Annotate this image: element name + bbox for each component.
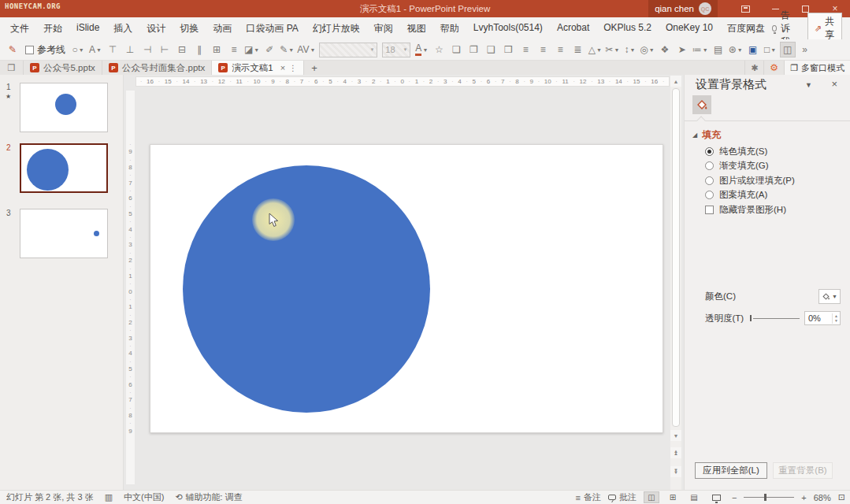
menu-slideshow[interactable]: 幻灯片放映 <box>306 19 367 39</box>
next-slide-button[interactable]: ▼▼ <box>670 466 681 477</box>
scroll-down-icon[interactable]: ▼ <box>670 430 681 441</box>
slide-sorter-button[interactable]: ⊞ <box>665 491 681 503</box>
picture-texture-fill-radio[interactable] <box>705 176 714 185</box>
apply-to-all-button[interactable]: 应用到全部(L) <box>695 462 767 479</box>
shape-effects-icon[interactable]: ◎▼ <box>639 42 655 57</box>
justify-text-icon[interactable]: ≣ <box>570 42 585 57</box>
menu-acrobat[interactable]: Acrobat <box>550 19 596 39</box>
fit-to-window-icon[interactable]: ⊡ <box>838 492 845 502</box>
columns-icon[interactable]: ▤ <box>711 42 726 57</box>
spellcheck-book-icon[interactable]: ▥ <box>105 492 113 502</box>
align-text-center-icon[interactable]: ≡ <box>535 42 551 57</box>
transparency-slider-track[interactable] <box>753 318 800 319</box>
multi-window-mode-button[interactable]: ❐多窗口模式 <box>784 61 850 75</box>
send-backward-icon[interactable]: ❐ <box>466 42 481 57</box>
canvas-scrollbar[interactable]: ▲ ▼ ▲▲ ▼▼ <box>670 76 681 490</box>
previous-slide-button[interactable]: ▲▲ <box>670 447 681 458</box>
align-text-right-icon[interactable]: ≡ <box>552 42 568 57</box>
gradient-fill-radio-row[interactable]: 渐变填充(G) <box>705 159 847 174</box>
scrollbar-thumb[interactable] <box>672 88 680 427</box>
gear-icon[interactable]: ⚙ <box>763 61 784 75</box>
menu-review[interactable]: 审阅 <box>367 19 400 39</box>
bring-to-front-icon[interactable]: ❑ <box>483 42 499 57</box>
textbox-tool-icon[interactable]: A▼ <box>87 42 103 57</box>
fill-section-header[interactable]: ◢ 填充 <box>692 128 721 142</box>
menu-lvyhtools[interactable]: LvyhTools(0514) <box>466 19 550 39</box>
solid-fill-radio-row[interactable]: 纯色填充(S) <box>705 144 847 159</box>
pattern-fill-radio-row[interactable]: 图案填充(A) <box>705 188 847 203</box>
picture-texture-fill-radio-row[interactable]: 图片或纹理填充(P) <box>705 173 847 188</box>
align-text-left-icon[interactable]: ≡ <box>518 42 533 57</box>
normal-view-button[interactable]: ◫ <box>644 491 659 503</box>
menu-design[interactable]: 设计 <box>139 19 173 39</box>
menu-home[interactable]: 开始 <box>36 19 69 39</box>
menu-pocket-animation[interactable]: 口袋动画 PA <box>239 19 305 39</box>
selection-pane-icon[interactable]: ➤ <box>674 42 690 57</box>
menu-okplus[interactable]: OKPlus 5.2 <box>596 19 659 39</box>
align-bottom-icon[interactable]: ⊥ <box>122 42 138 57</box>
tab-gongzhonghao5[interactable]: P公众号5.pptx <box>24 61 102 75</box>
tab-yanshiwengao1[interactable]: P演示文稿1×⋮ <box>212 61 304 75</box>
gradient-fill-radio[interactable] <box>705 161 714 170</box>
center-vertical-icon[interactable]: ⊞ <box>209 42 225 57</box>
favorite-star-icon[interactable]: ☆ <box>431 42 447 57</box>
eraser-pen-icon[interactable]: ✐ <box>262 42 277 57</box>
crop-icon[interactable]: ✂▼ <box>604 42 620 57</box>
shape-tool-icon[interactable]: ○▼ <box>70 42 86 57</box>
accessibility-status[interactable]: ⟲辅助功能: 调查 <box>175 491 242 503</box>
menu-baidu-netdisk[interactable]: 百度网盘 <box>720 19 772 39</box>
scroll-up-icon[interactable]: ▲ <box>670 76 681 87</box>
change-shape-icon[interactable]: △▼ <box>587 42 603 57</box>
notes-button[interactable]: ≡备注 <box>575 491 600 503</box>
guides-checkbox[interactable]: 参考线 <box>25 43 65 57</box>
reading-view-button[interactable]: ▤ <box>686 491 702 503</box>
send-to-back-icon[interactable]: ❒ <box>500 42 516 57</box>
group-objects-icon[interactable]: ❖ <box>657 42 673 57</box>
zoom-slider[interactable] <box>744 497 794 498</box>
language-indicator[interactable]: 中文(中国) <box>124 491 164 503</box>
zoom-percentage[interactable]: 68% <box>814 493 831 502</box>
menu-islide[interactable]: iSlide <box>69 19 106 39</box>
comments-button[interactable]: 批注 <box>608 491 637 503</box>
menu-file[interactable]: 文件 <box>3 19 36 39</box>
new-tab-button[interactable]: + <box>304 61 325 75</box>
toolbar-overflow-icon[interactable]: » <box>797 42 813 57</box>
distribute-vertical-icon[interactable]: ≡ <box>226 42 242 57</box>
session-restore-icon[interactable]: ❒ <box>0 61 24 75</box>
solid-fill-radio[interactable] <box>705 147 714 156</box>
center-horizontal-icon[interactable]: ⊟ <box>174 42 190 57</box>
menu-onekey[interactable]: OneKey 10 <box>659 19 720 39</box>
tab-close-icon[interactable]: × <box>280 63 285 72</box>
hide-background-checkbox[interactable] <box>705 206 714 214</box>
zoom-in-button[interactable]: + <box>801 493 806 502</box>
transparency-input[interactable]: 0% ▲▼ <box>804 311 841 325</box>
menu-transitions[interactable]: 切换 <box>173 19 206 39</box>
font-name-combobox[interactable]: ▼ <box>319 43 377 57</box>
menu-view[interactable]: 视图 <box>400 19 433 39</box>
pattern-fill-radio[interactable] <box>705 191 714 199</box>
align-top-icon[interactable]: ⊤ <box>105 42 121 57</box>
fill-tab-button[interactable] <box>692 95 711 114</box>
account-area[interactable]: qian chen QC <box>648 0 718 17</box>
align-left-icon[interactable]: ⊣ <box>139 42 155 57</box>
blue-circle-shape[interactable] <box>183 165 430 413</box>
format-painter-icon[interactable]: ✎ <box>5 42 20 57</box>
distribute-horizontal-icon[interactable]: ∥ <box>191 42 207 57</box>
line-spacing-icon[interactable]: ↕▼ <box>622 42 637 57</box>
slideshow-view-button[interactable] <box>709 491 725 503</box>
tab-gongzhonghao-cover[interactable]: P公众号封面集合.pptx <box>102 61 212 75</box>
slide-thumbnail-3[interactable] <box>20 209 108 258</box>
smartart-icon[interactable]: ⊛▼ <box>728 42 744 57</box>
zoom-out-button[interactable]: − <box>732 493 737 502</box>
hide-background-checkbox-row[interactable]: 隐藏背景图形(H) <box>705 202 847 217</box>
chevron-down-icon[interactable]: ▼ <box>805 81 812 89</box>
shape-fill-icon[interactable]: ◪▼ <box>243 42 260 57</box>
new-window-icon[interactable]: ▣ <box>745 42 761 57</box>
bring-forward-icon[interactable]: ❏ <box>448 42 464 57</box>
split-view-icon[interactable]: ◫ <box>780 42 796 57</box>
fill-color-dropdown[interactable]: ▼ <box>818 289 841 304</box>
align-right-icon[interactable]: ⊢ <box>157 42 173 57</box>
menu-help[interactable]: 帮助 <box>433 19 466 39</box>
bullets-icon[interactable]: ≔▼ <box>692 42 709 57</box>
font-color-icon[interactable]: A▼ <box>414 42 429 57</box>
